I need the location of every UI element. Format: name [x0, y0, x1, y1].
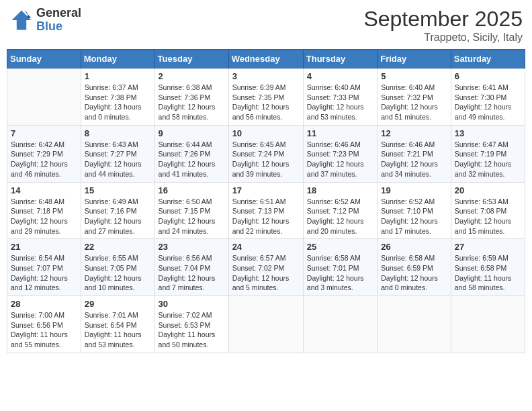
- sunrise-text: Sunrise: 6:37 AM: [85, 83, 151, 93]
- day-info: Sunrise: 6:38 AM Sunset: 7:36 PM Dayligh…: [159, 83, 225, 122]
- sunset-text: Sunset: 7:35 PM: [232, 93, 300, 103]
- day-info: Sunrise: 7:02 AM Sunset: 6:53 PM Dayligh…: [159, 310, 225, 350]
- daylight-text: Daylight: 12 hours and 49 minutes.: [455, 102, 521, 122]
- table-row: 10 Sunrise: 6:45 AM Sunset: 7:24 PM Dayl…: [228, 125, 303, 182]
- calendar-week-row: 21 Sunrise: 6:54 AM Sunset: 7:07 PM Dayl…: [7, 239, 525, 296]
- daylight-text: Daylight: 11 hours and 50 minutes.: [159, 330, 225, 349]
- day-number: 27: [455, 242, 521, 252]
- table-row: 17 Sunrise: 6:51 AM Sunset: 7:13 PM Dayl…: [228, 182, 303, 239]
- sunrise-text: Sunrise: 6:44 AM: [159, 140, 225, 150]
- sunrise-text: Sunrise: 6:59 AM: [455, 253, 521, 263]
- sunset-text: Sunset: 6:58 PM: [455, 263, 521, 273]
- day-number: 26: [381, 242, 447, 252]
- sunrise-text: Sunrise: 6:41 AM: [455, 83, 521, 93]
- sunset-text: Sunset: 7:21 PM: [381, 149, 447, 159]
- sunrise-text: Sunrise: 6:38 AM: [159, 83, 225, 93]
- col-monday: Monday: [81, 50, 154, 68]
- table-row: 23 Sunrise: 6:56 AM Sunset: 7:04 PM Dayl…: [154, 239, 228, 296]
- sunset-text: Sunset: 7:38 PM: [85, 93, 151, 103]
- sunrise-text: Sunrise: 6:51 AM: [232, 197, 300, 207]
- daylight-text: Daylight: 12 hours and 5 minutes.: [232, 273, 300, 293]
- day-info: Sunrise: 6:55 AM Sunset: 7:05 PM Dayligh…: [85, 253, 151, 293]
- calendar-table: Sunday Monday Tuesday Wednesday Thursday…: [7, 49, 525, 353]
- day-info: Sunrise: 6:48 AM Sunset: 7:18 PM Dayligh…: [11, 197, 77, 236]
- sunset-text: Sunset: 7:08 PM: [455, 206, 521, 216]
- table-row: [303, 296, 377, 353]
- sunrise-text: Sunrise: 6:43 AM: [85, 140, 151, 150]
- daylight-text: Daylight: 12 hours and 34 minutes.: [381, 159, 447, 179]
- table-row: [378, 296, 451, 353]
- sunrise-text: Sunrise: 6:57 AM: [232, 253, 300, 263]
- day-info: Sunrise: 6:50 AM Sunset: 7:15 PM Dayligh…: [159, 197, 225, 236]
- month-title: September 2025: [363, 7, 523, 32]
- table-row: 27 Sunrise: 6:59 AM Sunset: 6:58 PM Dayl…: [451, 239, 525, 296]
- day-info: Sunrise: 6:49 AM Sunset: 7:16 PM Dayligh…: [85, 197, 151, 236]
- table-row: 21 Sunrise: 6:54 AM Sunset: 7:07 PM Dayl…: [7, 239, 81, 296]
- sunrise-text: Sunrise: 6:53 AM: [455, 197, 521, 207]
- table-row: 14 Sunrise: 6:48 AM Sunset: 7:18 PM Dayl…: [7, 182, 81, 239]
- sunset-text: Sunset: 7:12 PM: [307, 206, 373, 216]
- day-number: 1: [85, 71, 151, 81]
- daylight-text: Daylight: 12 hours and 17 minutes.: [381, 216, 447, 236]
- table-row: 20 Sunrise: 6:53 AM Sunset: 7:08 PM Dayl…: [451, 182, 525, 239]
- table-row: 2 Sunrise: 6:38 AM Sunset: 7:36 PM Dayli…: [154, 68, 228, 126]
- sunset-text: Sunset: 7:24 PM: [232, 149, 300, 159]
- day-info: Sunrise: 6:59 AM Sunset: 6:58 PM Dayligh…: [455, 253, 521, 293]
- sunrise-text: Sunrise: 7:02 AM: [159, 310, 225, 320]
- daylight-text: Daylight: 12 hours and 7 minutes.: [159, 273, 225, 293]
- daylight-text: Daylight: 11 hours and 58 minutes.: [455, 273, 521, 293]
- table-row: 22 Sunrise: 6:55 AM Sunset: 7:05 PM Dayl…: [81, 239, 154, 296]
- day-info: Sunrise: 6:46 AM Sunset: 7:21 PM Dayligh…: [381, 140, 447, 179]
- day-number: 14: [11, 185, 77, 195]
- day-number: 28: [11, 299, 77, 309]
- day-info: Sunrise: 7:01 AM Sunset: 6:54 PM Dayligh…: [85, 310, 151, 350]
- sunset-text: Sunset: 6:56 PM: [11, 320, 77, 330]
- day-number: 17: [232, 185, 300, 195]
- day-number: 3: [232, 71, 300, 81]
- table-row: 6 Sunrise: 6:41 AM Sunset: 7:30 PM Dayli…: [451, 68, 525, 126]
- calendar-week-row: 28 Sunrise: 7:00 AM Sunset: 6:56 PM Dayl…: [7, 296, 525, 353]
- day-info: Sunrise: 6:40 AM Sunset: 7:33 PM Dayligh…: [307, 83, 373, 122]
- day-number: 13: [455, 128, 521, 138]
- table-row: 9 Sunrise: 6:44 AM Sunset: 7:26 PM Dayli…: [154, 125, 228, 182]
- logo: General Blue: [9, 7, 81, 34]
- day-info: Sunrise: 6:47 AM Sunset: 7:19 PM Dayligh…: [455, 140, 521, 179]
- sunset-text: Sunset: 7:27 PM: [85, 149, 151, 159]
- table-row: [451, 296, 525, 353]
- table-row: 1 Sunrise: 6:37 AM Sunset: 7:38 PM Dayli…: [81, 68, 154, 126]
- day-number: 29: [85, 299, 151, 309]
- daylight-text: Daylight: 12 hours and 15 minutes.: [455, 216, 521, 236]
- day-number: 21: [11, 242, 77, 252]
- day-number: 20: [455, 185, 521, 195]
- daylight-text: Daylight: 12 hours and 37 minutes.: [307, 159, 373, 179]
- sunrise-text: Sunrise: 7:00 AM: [11, 310, 77, 320]
- table-row: 30 Sunrise: 7:02 AM Sunset: 6:53 PM Dayl…: [154, 296, 228, 353]
- day-number: 4: [307, 71, 373, 81]
- sunset-text: Sunset: 7:13 PM: [232, 206, 300, 216]
- table-row: 12 Sunrise: 6:46 AM Sunset: 7:21 PM Dayl…: [378, 125, 451, 182]
- table-row: 5 Sunrise: 6:40 AM Sunset: 7:32 PM Dayli…: [378, 68, 451, 126]
- daylight-text: Daylight: 12 hours and 39 minutes.: [232, 159, 300, 179]
- table-row: 28 Sunrise: 7:00 AM Sunset: 6:56 PM Dayl…: [7, 296, 81, 353]
- day-info: Sunrise: 6:52 AM Sunset: 7:10 PM Dayligh…: [381, 197, 447, 236]
- logo-icon: [9, 8, 34, 32]
- daylight-text: Daylight: 12 hours and 20 minutes.: [307, 216, 373, 236]
- calendar-week-row: 14 Sunrise: 6:48 AM Sunset: 7:18 PM Dayl…: [7, 182, 525, 239]
- daylight-text: Daylight: 12 hours and 32 minutes.: [455, 159, 521, 179]
- sunset-text: Sunset: 6:54 PM: [85, 320, 151, 330]
- sunrise-text: Sunrise: 6:42 AM: [11, 140, 77, 150]
- day-info: Sunrise: 6:58 AM Sunset: 6:59 PM Dayligh…: [381, 253, 447, 293]
- sunrise-text: Sunrise: 6:52 AM: [381, 197, 447, 207]
- sunrise-text: Sunrise: 6:46 AM: [307, 140, 373, 150]
- table-row: 3 Sunrise: 6:39 AM Sunset: 7:35 PM Dayli…: [228, 68, 303, 126]
- day-info: Sunrise: 6:39 AM Sunset: 7:35 PM Dayligh…: [232, 83, 300, 122]
- daylight-text: Daylight: 12 hours and 29 minutes.: [11, 216, 77, 236]
- col-tuesday: Tuesday: [154, 50, 228, 68]
- sunrise-text: Sunrise: 6:50 AM: [159, 197, 225, 207]
- table-row: 7 Sunrise: 6:42 AM Sunset: 7:29 PM Dayli…: [7, 125, 81, 182]
- day-number: 19: [381, 185, 447, 195]
- day-number: 23: [159, 242, 225, 252]
- day-number: 16: [159, 185, 225, 195]
- sunset-text: Sunset: 7:02 PM: [232, 263, 300, 273]
- sunset-text: Sunset: 7:29 PM: [11, 149, 77, 159]
